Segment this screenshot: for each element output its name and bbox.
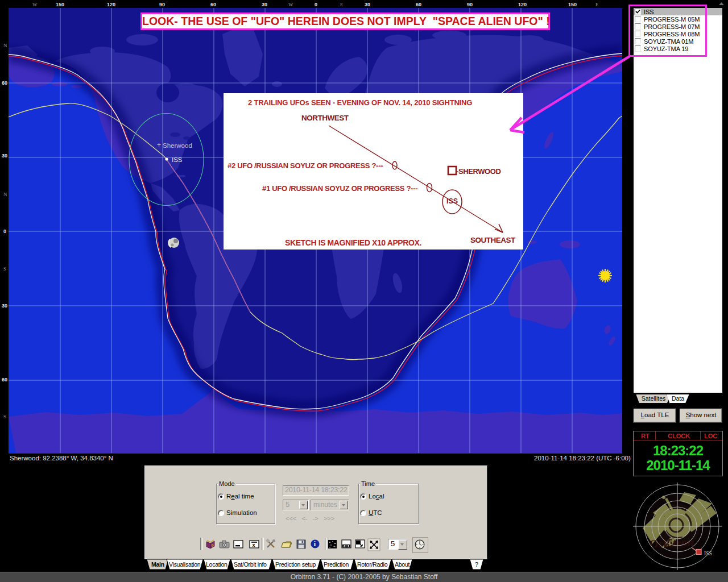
svg-text:Location: Location bbox=[206, 561, 228, 568]
svg-text:ISS: ISS bbox=[172, 156, 183, 163]
svg-text:Main: Main bbox=[151, 561, 164, 568]
svg-text:Visualisation: Visualisation bbox=[169, 561, 201, 568]
svg-text:About: About bbox=[395, 561, 410, 568]
svg-text:Sat/Orbit info: Sat/Orbit info bbox=[234, 561, 267, 568]
svg-text:Prediction setup: Prediction setup bbox=[275, 561, 316, 568]
svg-text:?: ? bbox=[475, 561, 478, 568]
svg-text:Prediction: Prediction bbox=[324, 561, 349, 568]
svg-text:Rotor/Radio: Rotor/Radio bbox=[357, 561, 388, 568]
svg-text:ISS: ISS bbox=[704, 551, 712, 556]
svg-text:?: ? bbox=[211, 543, 214, 548]
svg-text:Sherwood: Sherwood bbox=[163, 142, 192, 149]
svg-text:+: + bbox=[157, 141, 161, 149]
svg-text:x: x bbox=[253, 542, 255, 548]
